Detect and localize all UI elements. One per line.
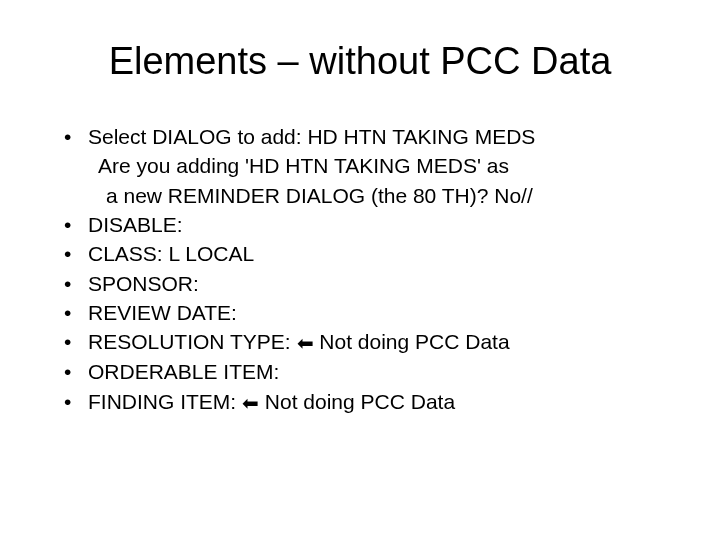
list-item-text: DISABLE: xyxy=(88,211,670,239)
bullet-icon: • xyxy=(60,270,88,298)
field-label: FINDING ITEM: xyxy=(88,390,242,413)
bullet-icon: • xyxy=(60,123,88,151)
list-item: • ORDERABLE ITEM: xyxy=(60,358,670,386)
list-item-text: ORDERABLE ITEM: xyxy=(88,358,670,386)
bullet-icon: • xyxy=(60,299,88,327)
field-label: RESOLUTION TYPE: xyxy=(88,330,297,353)
bullet-icon: • xyxy=(60,240,88,268)
left-arrow-icon: ⬅ xyxy=(242,390,259,417)
list-item: • DISABLE: xyxy=(60,211,670,239)
slide-body: • Select DIALOG to add: HD HTN TAKING ME… xyxy=(50,123,670,417)
slide-title: Elements – without PCC Data xyxy=(50,40,670,83)
list-item-continuation: Are you adding 'HD HTN TAKING MEDS' as xyxy=(60,152,670,180)
list-item-text: CLASS: L LOCAL xyxy=(88,240,670,268)
bullet-icon: • xyxy=(60,358,88,386)
left-arrow-icon: ⬅ xyxy=(297,330,314,357)
bullet-icon: • xyxy=(60,388,88,416)
list-item: • Select DIALOG to add: HD HTN TAKING ME… xyxy=(60,123,670,151)
list-item: • SPONSOR: xyxy=(60,270,670,298)
list-item: • REVIEW DATE: xyxy=(60,299,670,327)
list-item-text: FINDING ITEM: ⬅ Not doing PCC Data xyxy=(88,388,670,417)
list-item-text: Select DIALOG to add: HD HTN TAKING MEDS xyxy=(88,123,670,151)
list-item-text: REVIEW DATE: xyxy=(88,299,670,327)
field-note: Not doing PCC Data xyxy=(259,390,455,413)
list-item-text: SPONSOR: xyxy=(88,270,670,298)
bullet-icon: • xyxy=(60,328,88,356)
list-item: • FINDING ITEM: ⬅ Not doing PCC Data xyxy=(60,388,670,417)
list-item: • CLASS: L LOCAL xyxy=(60,240,670,268)
field-note: Not doing PCC Data xyxy=(314,330,510,353)
bullet-icon: • xyxy=(60,211,88,239)
list-item-text: RESOLUTION TYPE: ⬅ Not doing PCC Data xyxy=(88,328,670,357)
list-item-continuation: a new REMINDER DIALOG (the 80 TH)? No// xyxy=(60,182,670,210)
list-item: • RESOLUTION TYPE: ⬅ Not doing PCC Data xyxy=(60,328,670,357)
